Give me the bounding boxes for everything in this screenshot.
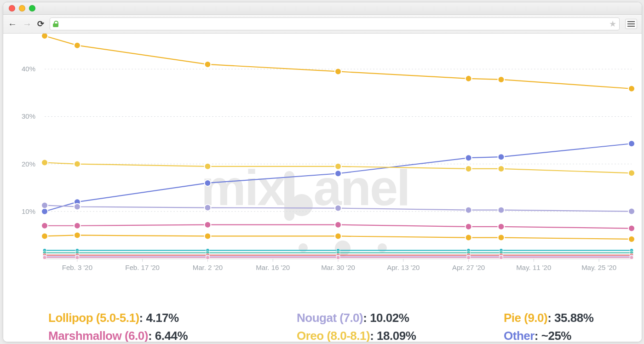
svg-text:May. 25 '20: May. 25 '20 [581, 264, 616, 271]
reload-button[interactable]: ⟳ [37, 20, 44, 28]
svg-text:40%: 40% [22, 65, 35, 73]
svg-point-38 [466, 155, 472, 161]
svg-point-57 [204, 222, 211, 228]
line-chart: 10%20%30%40%Feb. 3 '20Feb. 17 '20Mar. 2 … [3, 34, 642, 310]
svg-point-62 [41, 233, 48, 239]
minimize-icon[interactable] [19, 5, 25, 11]
browser-window: ← → ⟳ ★ mixanel 10%20%30%40%Feb. 3 '20Fe… [3, 2, 642, 342]
hamburger-menu-button[interactable] [625, 19, 637, 29]
svg-point-40 [628, 140, 635, 147]
svg-point-37 [335, 170, 341, 177]
window-titlebar [3, 2, 642, 15]
svg-point-31 [466, 75, 472, 82]
svg-point-39 [498, 154, 504, 160]
svg-point-56 [74, 223, 80, 229]
svg-text:May. 11 '20: May. 11 '20 [516, 264, 551, 271]
address-bar[interactable]: ★ [50, 17, 620, 30]
svg-point-51 [335, 205, 341, 212]
bookmark-star-icon[interactable]: ★ [609, 19, 616, 29]
svg-text:Apr. 27 '20: Apr. 27 '20 [452, 264, 485, 271]
legend-item: Other: ~25% [504, 329, 642, 342]
svg-point-54 [628, 208, 635, 215]
legend-item: Pie (9.0): 35.88% [504, 311, 642, 325]
svg-point-30 [335, 68, 341, 75]
svg-point-97 [43, 256, 46, 259]
svg-text:30%: 30% [22, 112, 35, 120]
svg-point-65 [335, 233, 341, 239]
svg-point-60 [498, 224, 504, 230]
svg-point-58 [335, 222, 341, 228]
back-button[interactable]: ← [8, 19, 17, 29]
legend-item: Nougat (7.0): 10.02% [297, 311, 504, 325]
maximize-icon[interactable] [29, 5, 35, 11]
svg-point-45 [466, 166, 472, 172]
chart-legend: Lollipop (5.0-5.1): 4.17% Nougat (7.0): … [48, 311, 628, 342]
legend-item: Marshmallow (6.0): 6.44% [48, 329, 297, 342]
svg-point-52 [466, 207, 472, 213]
svg-point-103 [630, 256, 633, 259]
svg-point-29 [204, 61, 211, 68]
svg-text:Mar. 30 '20: Mar. 30 '20 [321, 264, 355, 271]
legend-item: Oreo (8.0-8.1): 18.09% [297, 329, 504, 342]
legend-item: Lollipop (5.0-5.1): 4.17% [48, 311, 297, 325]
svg-text:Mar. 16 '20: Mar. 16 '20 [256, 264, 290, 271]
svg-point-98 [75, 256, 79, 259]
svg-point-41 [41, 160, 48, 166]
svg-point-63 [74, 232, 80, 238]
svg-point-33 [628, 86, 635, 92]
svg-point-44 [335, 163, 341, 170]
svg-point-49 [74, 203, 80, 210]
svg-point-100 [336, 256, 340, 259]
lock-icon [53, 21, 58, 27]
svg-point-28 [74, 42, 80, 49]
forward-button[interactable]: → [23, 19, 32, 29]
svg-text:Apr. 13 '20: Apr. 13 '20 [387, 264, 420, 271]
browser-toolbar: ← → ⟳ ★ [3, 15, 642, 34]
svg-text:Feb. 3 '20: Feb. 3 '20 [62, 264, 92, 271]
svg-point-53 [498, 207, 504, 213]
svg-point-102 [499, 256, 503, 259]
svg-point-36 [204, 180, 211, 186]
svg-text:10%: 10% [22, 207, 35, 215]
svg-point-101 [467, 256, 471, 259]
svg-point-32 [498, 76, 504, 83]
close-icon[interactable] [9, 5, 15, 11]
svg-point-99 [206, 256, 209, 259]
svg-text:Mar. 2 '20: Mar. 2 '20 [193, 264, 223, 271]
svg-point-46 [498, 166, 504, 172]
svg-point-48 [41, 202, 48, 208]
svg-text:20%: 20% [22, 160, 35, 168]
svg-point-42 [74, 161, 80, 167]
svg-point-61 [628, 225, 635, 232]
svg-point-47 [628, 170, 635, 176]
svg-point-59 [466, 224, 472, 230]
svg-text:Feb. 17 '20: Feb. 17 '20 [125, 264, 160, 271]
svg-point-66 [466, 235, 472, 241]
svg-point-34 [41, 208, 48, 215]
svg-point-43 [204, 163, 211, 170]
svg-point-27 [41, 34, 48, 39]
page-content: mixanel 10%20%30%40%Feb. 3 '20Feb. 17 '2… [3, 34, 642, 342]
svg-point-64 [204, 233, 211, 239]
svg-point-67 [498, 235, 504, 241]
svg-point-50 [204, 205, 211, 211]
svg-point-55 [41, 223, 48, 229]
svg-point-68 [628, 236, 635, 242]
